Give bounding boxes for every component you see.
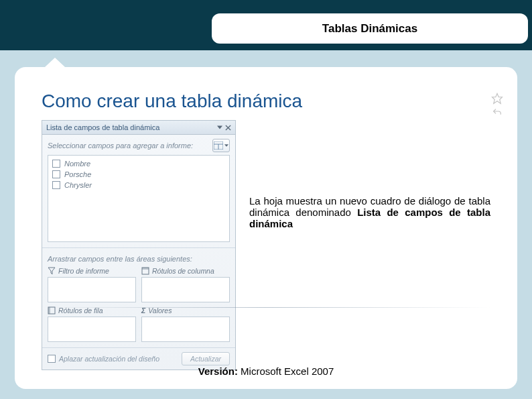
svg-rect-10 — [142, 268, 149, 270]
version-value: Microsoft Excel 2007 — [238, 365, 334, 377]
layout-icon — [214, 141, 223, 150]
checkbox[interactable] — [52, 160, 60, 168]
area-dropzone[interactable] — [48, 317, 136, 342]
card-action-icons — [490, 93, 504, 118]
field-item[interactable]: Chrysler — [51, 180, 226, 190]
card-arrow — [45, 58, 65, 67]
header-title: Tablas Dinámicas — [322, 22, 417, 36]
version-row: Versión: Microsoft Excel 2007 — [15, 365, 517, 377]
panel-select-row: Seleccionar campos para agregar a inform… — [42, 135, 235, 155]
field-label: Chrysler — [64, 181, 92, 189]
area-values: Σ Valores — [141, 306, 230, 342]
area-dropzone[interactable] — [141, 277, 230, 302]
svg-marker-1 — [217, 126, 222, 129]
field-label: Porsche — [64, 170, 91, 178]
area-dropzone[interactable] — [48, 277, 136, 302]
page-title: Como crear una tabla dinámica — [42, 91, 490, 112]
select-fields-label: Seleccionar campos para agregar a inform… — [48, 141, 193, 150]
field-label: Nombre — [64, 160, 90, 168]
defer-label: Aplazar actualización del diseño — [59, 355, 159, 363]
star-icon[interactable] — [490, 93, 504, 105]
columns-icon — [141, 267, 149, 275]
filter-icon — [48, 267, 56, 275]
svg-marker-7 — [224, 144, 228, 147]
svg-marker-8 — [48, 268, 55, 274]
chevron-down-icon — [224, 144, 228, 148]
defer-checkbox[interactable] — [48, 355, 56, 363]
field-item[interactable]: Nombre — [51, 158, 226, 169]
area-row-labels: Rótulos de fila — [48, 306, 136, 342]
description-text: La hoja muestra un nuevo cuadro de diálo… — [249, 120, 490, 229]
update-button[interactable]: Actualizar — [182, 352, 230, 365]
area-column-labels: Rótulos de columna — [141, 267, 230, 302]
version-label: Versión: — [198, 365, 238, 377]
field-list: Nombre Porsche Chrysler — [48, 155, 230, 242]
svg-marker-0 — [492, 94, 503, 104]
close-icon[interactable] — [225, 125, 231, 131]
divider — [42, 307, 490, 308]
svg-rect-12 — [48, 307, 50, 314]
field-item[interactable]: Porsche — [51, 169, 226, 180]
area-dropzone[interactable] — [141, 317, 230, 342]
layout-options-button[interactable] — [212, 139, 230, 152]
dropdown-caret-icon[interactable] — [217, 125, 222, 130]
header-title-pill: Tablas Dinámicas — [212, 13, 528, 44]
panel-titlebar: Lista de campos de tabla dinámica — [42, 121, 235, 135]
undo-icon[interactable] — [490, 107, 504, 118]
checkbox[interactable] — [52, 170, 60, 178]
content-card: Como crear una tabla dinámica Lista de c… — [15, 67, 517, 389]
area-report-filter: Filtro de informe — [48, 267, 136, 302]
checkbox[interactable] — [52, 181, 60, 189]
panel-title-text: Lista de campos de tabla dinámica — [46, 123, 159, 131]
drag-areas-label: Arrastrar campos entre las áreas siguien… — [42, 247, 235, 267]
area-label: Rótulos de columna — [152, 267, 214, 275]
pivot-field-list-panel: Lista de campos de tabla dinámica Selecc… — [42, 120, 236, 370]
area-label: Filtro de informe — [58, 267, 109, 275]
